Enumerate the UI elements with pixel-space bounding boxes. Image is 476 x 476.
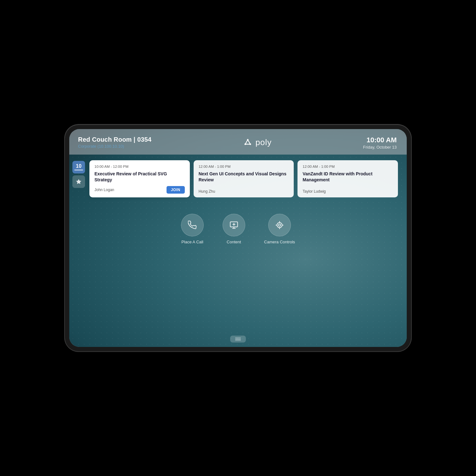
join-button-1[interactable]: JOIN [167,186,185,194]
call-circle [181,214,204,236]
handle-line-3 [235,340,241,341]
camera-label: Camera Controls [264,240,295,244]
camera-control-icon [275,221,284,230]
content-circle [223,214,245,236]
room-info: Red Couch Room | 0354 Corporate (10.100.… [78,136,151,149]
calendar-day: 10 [76,164,82,169]
handle-line-2 [235,339,241,339]
poly-logo-text: poly [255,138,272,147]
meeting-1-time: 10:00 AM - 12:00 PM [94,165,185,168]
meeting-card-1[interactable]: 10:00 AM - 12:00 PM Executive Review of … [89,160,190,197]
header-bar: Red Couch Room | 0354 Corporate (10.100.… [69,129,407,155]
poly-logo: poly [243,137,272,147]
sidebar-favorites-button[interactable] [72,175,85,188]
svg-point-6 [278,224,280,226]
sidebar: 10 [72,160,85,197]
meeting-cards: 10:00 AM - 12:00 PM Executive Review of … [89,160,398,197]
meeting-2-organizer: Hung Zhu [199,189,215,194]
meeting-2-title: Next Gen UI Concepts and Visual Designs … [199,171,289,186]
content-label: Content [227,240,241,244]
meeting-1-organizer: John Logan [94,188,114,192]
content-area: 10 10:00 AM - 12:00 PM Executive Review … [69,155,407,197]
meeting-2-footer: Hung Zhu [199,189,289,194]
time-area: 10:00 AM Friday, October 13 [363,136,397,150]
meeting-card-3[interactable]: 12:00 AM - 1:00 PM VanZandt ID Review wi… [298,160,398,197]
current-date: Friday, October 13 [363,145,397,150]
meeting-1-footer: John Logan JOIN [94,186,185,194]
poly-brand-icon [243,137,253,147]
meeting-1-title: Executive Review of Practical SVG Strate… [94,171,185,183]
room-name: Red Couch Room | 0354 [78,136,151,143]
sidebar-calendar-button[interactable]: 10 [72,161,85,173]
monitor-icon [230,221,238,230]
calendar-bar [74,169,83,171]
handle-pill [230,336,246,343]
action-camera[interactable]: Camera Controls [264,214,295,244]
room-ip: Corporate (10.100.10.10) [78,144,151,149]
meeting-3-footer: Taylor Ludwig [303,189,393,194]
action-content[interactable]: Content [223,214,245,244]
actions-area: Place A Call Content [69,214,407,244]
meeting-3-title: VanZandt ID Review with Product Manageme… [303,171,393,186]
meeting-card-2[interactable]: 12:00 AM - 1:00 PM Next Gen UI Concepts … [194,160,294,197]
handle-line-1 [235,337,241,338]
svg-point-7 [277,223,282,228]
device-frame: Red Couch Room | 0354 Corporate (10.100.… [65,125,411,351]
call-label: Place A Call [181,240,203,244]
meeting-3-organizer: Taylor Ludwig [303,189,326,194]
device-screen: Red Couch Room | 0354 Corporate (10.100.… [69,129,407,347]
meeting-2-time: 12:00 AM - 1:00 PM [199,165,289,168]
camera-circle [268,214,291,236]
logo-area: poly [243,136,272,147]
star-icon [76,178,82,185]
svg-point-0 [247,139,249,141]
meeting-3-time: 12:00 AM - 1:00 PM [303,165,393,168]
bottom-menu-handle[interactable] [230,336,246,343]
action-call[interactable]: Place A Call [181,214,204,244]
current-time: 10:00 AM [366,136,397,144]
phone-icon [188,221,197,230]
